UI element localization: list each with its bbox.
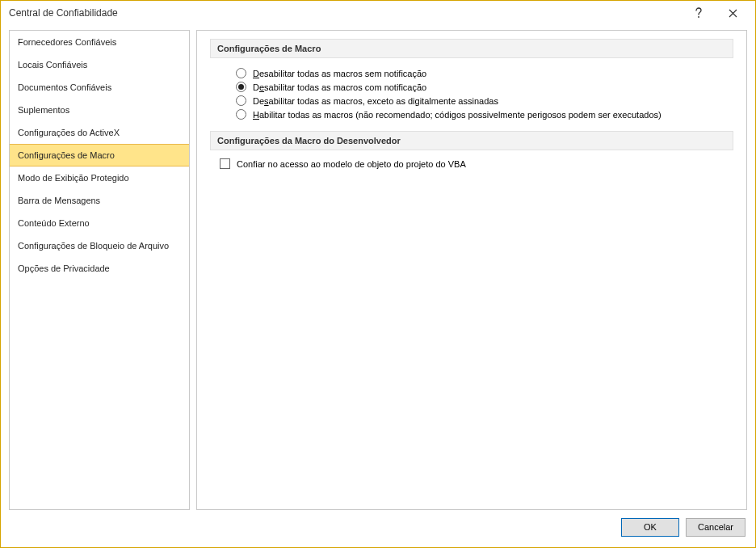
sidebar-item-6[interactable]: Modo de Exibição Protegido	[10, 167, 189, 189]
radio-icon[interactable]	[236, 95, 246, 106]
trust-center-dialog: Central de Confiabilidade Fornecedores C…	[0, 0, 756, 548]
radio-label: Habilitar todas as macros (não recomenda…	[253, 110, 662, 120]
cancel-button[interactable]: Cancelar	[686, 518, 746, 537]
radio-icon[interactable]	[236, 68, 246, 78]
trust-vba-checkbox-row[interactable]: Confiar no acesso ao modelo de objeto do…	[220, 158, 733, 169]
close-icon	[729, 9, 737, 18]
radio-icon[interactable]	[236, 109, 246, 120]
sidebar-item-2[interactable]: Documentos Confiáveis	[10, 76, 189, 99]
sidebar-item-7[interactable]: Barra de Mensagens	[10, 189, 189, 212]
close-button[interactable]	[716, 1, 749, 25]
macro-radio-3[interactable]: Habilitar todas as macros (não recomenda…	[236, 107, 733, 121]
radio-label: Desabilitar todas as macros sem notifica…	[253, 69, 426, 78]
sidebar-item-3[interactable]: Suplementos	[10, 99, 189, 121]
trust-vba-checkbox[interactable]	[220, 158, 230, 169]
window-title: Central de Confiabilidade	[9, 7, 682, 19]
dialog-footer: OK Cancelar	[1, 513, 755, 547]
sidebar: Fornecedores ConfiáveisLocais Confiáveis…	[9, 30, 190, 510]
dialog-body: Fornecedores ConfiáveisLocais Confiáveis…	[1, 25, 755, 513]
svg-point-0	[698, 16, 699, 18]
macro-radio-1[interactable]: Desabilitar todas as macros com notifica…	[236, 80, 733, 94]
titlebar: Central de Confiabilidade	[1, 1, 755, 25]
radio-icon[interactable]	[236, 82, 246, 92]
macro-settings-header: Configurações de Macro	[210, 39, 733, 58]
radio-label: Desabilitar todas as macros, exceto as d…	[253, 96, 498, 106]
radio-label: Desabilitar todas as macros com notifica…	[253, 82, 426, 92]
sidebar-item-1[interactable]: Locais Confiáveis	[10, 53, 189, 76]
content-pane: Configurações de Macro Desabilitar todas…	[196, 30, 747, 510]
ok-button[interactable]: OK	[621, 518, 679, 537]
sidebar-item-4[interactable]: Configurações do ActiveX	[10, 121, 189, 144]
sidebar-item-8[interactable]: Conteúdo Externo	[10, 212, 189, 234]
sidebar-item-0[interactable]: Fornecedores Confiáveis	[10, 31, 189, 53]
help-button[interactable]	[682, 1, 715, 25]
sidebar-item-5[interactable]: Configurações de Macro	[10, 144, 189, 167]
macro-radio-0[interactable]: Desabilitar todas as macros sem notifica…	[236, 66, 733, 80]
titlebar-controls	[682, 1, 749, 25]
macro-radio-group: Desabilitar todas as macros sem notifica…	[236, 66, 733, 121]
sidebar-item-9[interactable]: Configurações de Bloqueio de Arquivo	[10, 234, 189, 257]
dev-macro-header: Configurações da Macro do Desenvolvedor	[210, 131, 733, 150]
trust-vba-label: Confiar no acesso ao modelo de objeto do…	[237, 159, 466, 169]
macro-radio-2[interactable]: Desabilitar todas as macros, exceto as d…	[236, 94, 733, 107]
help-icon	[695, 7, 703, 19]
sidebar-item-10[interactable]: Opções de Privacidade	[10, 257, 189, 280]
